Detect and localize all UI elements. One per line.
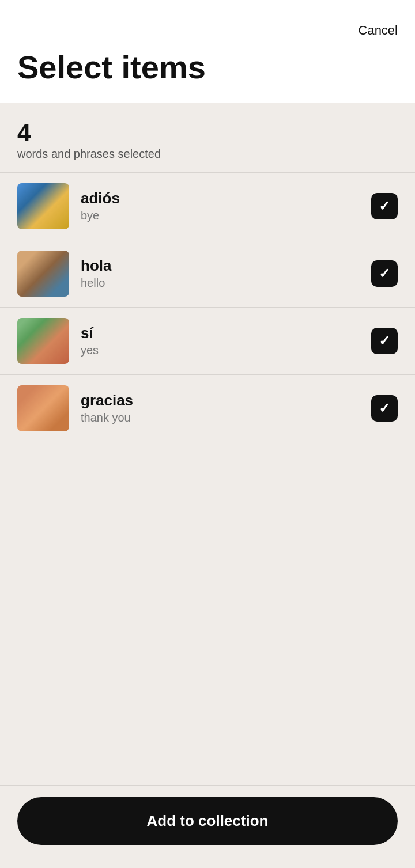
item-word: hola bbox=[81, 257, 360, 275]
list-item[interactable]: hola hello ✓ bbox=[0, 240, 415, 308]
item-translation: yes bbox=[81, 344, 360, 357]
item-checkbox[interactable]: ✓ bbox=[371, 395, 398, 422]
item-word: adiós bbox=[81, 189, 360, 207]
selection-label: words and phrases selected bbox=[17, 147, 398, 161]
item-image bbox=[17, 251, 69, 297]
selection-summary: 4 words and phrases selected bbox=[0, 103, 415, 173]
item-text: adiós bye bbox=[69, 189, 371, 222]
list-item[interactable]: adiós bye ✓ bbox=[0, 173, 415, 240]
item-text: sí yes bbox=[69, 324, 371, 357]
item-word: sí bbox=[81, 324, 360, 342]
item-word: gracias bbox=[81, 392, 360, 410]
page-title: Select items bbox=[17, 50, 398, 85]
list-item[interactable]: gracias thank you ✓ bbox=[0, 375, 415, 442]
item-translation: bye bbox=[81, 209, 360, 222]
item-text: gracias thank you bbox=[69, 392, 371, 424]
item-text: hola hello bbox=[69, 257, 371, 290]
check-icon: ✓ bbox=[379, 198, 390, 214]
item-image bbox=[17, 318, 69, 364]
page-title-section: Select items bbox=[0, 44, 415, 103]
selection-count: 4 bbox=[17, 120, 398, 146]
add-to-collection-button[interactable]: Add to collection bbox=[17, 797, 398, 845]
item-checkbox[interactable]: ✓ bbox=[371, 260, 398, 287]
check-icon: ✓ bbox=[379, 400, 390, 416]
item-image bbox=[17, 385, 69, 431]
items-list: adiós bye ✓ hola hello ✓ sí yes bbox=[0, 173, 415, 785]
header: Cancel bbox=[0, 0, 415, 44]
footer: Add to collection bbox=[0, 785, 415, 868]
item-checkbox[interactable]: ✓ bbox=[371, 328, 398, 354]
check-icon: ✓ bbox=[379, 333, 390, 349]
item-image bbox=[17, 183, 69, 229]
item-checkbox[interactable]: ✓ bbox=[371, 193, 398, 219]
check-icon: ✓ bbox=[379, 266, 390, 282]
item-translation: hello bbox=[81, 276, 360, 290]
content-area: 4 words and phrases selected adiós bye ✓… bbox=[0, 103, 415, 868]
cancel-button[interactable]: Cancel bbox=[359, 23, 398, 38]
item-translation: thank you bbox=[81, 411, 360, 424]
list-item[interactable]: sí yes ✓ bbox=[0, 308, 415, 375]
